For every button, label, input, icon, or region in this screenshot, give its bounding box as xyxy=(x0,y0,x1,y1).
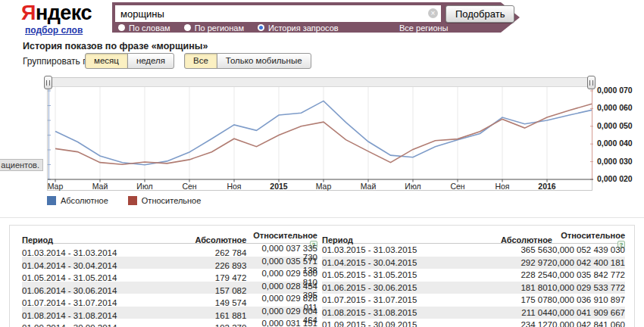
y-axis-label: 0,000 030 xyxy=(597,157,644,166)
y-axis-label: 0,000 020 xyxy=(597,174,644,183)
absolute-cell: 181 801 xyxy=(480,283,552,292)
relative-cell: 0,000 036 910 897 xyxy=(552,295,625,304)
period-cell: 01.05.2014 - 31.05.2014 xyxy=(22,273,176,282)
section-divider xyxy=(0,217,644,218)
relative-swatch-icon xyxy=(128,196,137,205)
table-row: 01.07.2014 - 31.07.2014149 5740,000 029 … xyxy=(22,294,317,307)
history-chart-panel: МарМайИюлСенНоя2015МарМайИюлСенНоя2016 xyxy=(47,77,592,191)
device-all-button[interactable]: Все xyxy=(184,53,217,69)
group-month-button[interactable]: месяц xyxy=(85,53,128,69)
range-slider-handle-right[interactable] xyxy=(587,76,596,89)
absolute-cell: 149 574 xyxy=(176,298,247,307)
x-axis-label: Май xyxy=(352,182,385,191)
x-axis-label: Май xyxy=(83,182,117,191)
relative-cell: 0,000 029 533 772 xyxy=(552,283,625,292)
absolute-cell: 226 893 xyxy=(176,261,247,270)
table-row: 01.08.2014 - 31.08.2014161 8810,000 029 … xyxy=(22,307,317,319)
absolute-swatch-icon xyxy=(47,196,56,205)
absolute-cell: 161 881 xyxy=(176,311,247,320)
relative-cell: 0,000 052 439 030 xyxy=(552,245,625,254)
absolute-cell: 262 784 xyxy=(176,248,247,257)
periods-table-right: Период Абсолютное Относительное? 01.03.2… xyxy=(322,231,625,327)
absolute-cell: 365 563 xyxy=(480,245,552,254)
legend-item-relative: Относительное xyxy=(128,196,202,205)
search-mode-tabs: По словам По регионам История запросов xyxy=(118,23,352,33)
x-axis-label: 2016 xyxy=(530,182,564,191)
range-slider-handle-left[interactable] xyxy=(44,76,52,89)
search-input[interactable] xyxy=(115,5,441,22)
period-cell: 01.04.2014 - 30.04.2014 xyxy=(22,261,176,270)
relative-cell: 0,000 042 400 181 xyxy=(552,258,625,267)
period-cell: 01.07.2015 - 31.07.2015 xyxy=(322,295,480,304)
table-header: Период Абсолютное Относительное? xyxy=(322,231,625,244)
table-row: 01.07.2015 - 31.07.2015175 0780,000 036 … xyxy=(322,294,625,307)
absolute-cell: 179 472 xyxy=(176,273,247,282)
period-cell: 01.03.2014 - 31.03.2014 xyxy=(22,248,176,257)
table-row: 01.04.2014 - 30.04.2014226 8930,000 035 … xyxy=(22,257,317,269)
search-bar: × Подобрать По словам По регионам Истори… xyxy=(112,2,501,33)
y-axis-label: 0,000 060 xyxy=(597,103,644,112)
periods-table-left: Период Абсолютное Относительное? 01.03.2… xyxy=(22,231,317,327)
chart-legend: Абсолютное Относительное xyxy=(47,196,201,205)
y-axis-label: 0,000 070 xyxy=(597,86,644,95)
table-row: 01.03.2015 - 31.03.2015365 5630,000 052 … xyxy=(322,244,625,257)
relative-cell: 0,000 042 841 060 xyxy=(552,320,625,327)
absolute-cell: 228 254 xyxy=(480,270,552,279)
device-mobile-button[interactable]: Только мобильные xyxy=(217,53,311,69)
radio-icon xyxy=(118,24,125,31)
radio-icon-selected xyxy=(258,24,264,31)
wordstat-page: Яндекс подбор слов × Подобрать По словам… xyxy=(0,0,644,327)
podbor-slov-link[interactable]: подбор слов xyxy=(25,25,83,36)
period-cell: 01.09.2014 - 30.09.2014 xyxy=(22,323,176,327)
table-row: 01.08.2015 - 31.08.2015211 0440,000 041 … xyxy=(322,307,625,319)
x-axis-label: Июл xyxy=(396,182,430,191)
relative-cell: 0,000 031 151 567 xyxy=(246,319,317,327)
tab-query-history[interactable]: История запросов xyxy=(258,23,339,33)
x-axis-label: Сен xyxy=(173,182,206,191)
left-axis-labels: 400 000350 000300 000250 000200 000150 0… xyxy=(0,77,42,191)
absolute-cell: 211 044 xyxy=(480,308,552,317)
grip-icon xyxy=(46,80,50,86)
period-cell: 01.05.2015 - 31.05.2015 xyxy=(322,270,480,279)
all-regions-link[interactable]: Все регионы xyxy=(399,23,449,33)
clear-icon[interactable]: × xyxy=(428,8,438,18)
x-axis-labels: МарМайИюлСенНоя2015МарМайИюлСенНоя2016 xyxy=(48,78,592,190)
relative-cell: 0,000 041 909 667 xyxy=(552,308,625,317)
table-row: 01.05.2015 - 31.05.2015228 2540,000 035 … xyxy=(322,269,625,282)
y-axis-label: 0,000 040 xyxy=(597,139,644,148)
table-row: 01.09.2015 - 30.09.2015234 1270,000 042 … xyxy=(322,319,625,327)
period-cell: 01.03.2015 - 31.03.2015 xyxy=(322,245,480,254)
period-cell: 01.07.2014 - 31.07.2014 xyxy=(22,298,176,307)
group-by-buttons: месяц неделя xyxy=(85,53,174,69)
legend-item-absolute: Абсолютное xyxy=(47,196,108,205)
submit-button[interactable]: Подобрать xyxy=(445,5,514,23)
tab-by-words[interactable]: По словам xyxy=(118,23,170,33)
table-row: 01.06.2014 - 30.06.2014157 0820,000 028 … xyxy=(22,282,317,294)
right-axis-labels: 0,000 0700,000 0600,000 0500,000 0400,00… xyxy=(597,77,644,191)
query-field-wrap: × xyxy=(115,5,441,22)
x-axis-label: Мар xyxy=(307,182,340,191)
absolute-cell: 192 270 xyxy=(176,323,247,327)
absolute-cell: 157 082 xyxy=(176,286,247,295)
device-filter-buttons: Все Только мобильные xyxy=(184,53,311,69)
period-cell: 01.06.2015 - 30.06.2015 xyxy=(322,283,480,292)
x-axis-label: Ноя xyxy=(486,182,519,191)
absolute-cell: 292 972 xyxy=(480,258,552,267)
periods-table-panel: Период Абсолютное Относительное? 01.03.2… xyxy=(9,225,635,327)
absolute-cell: 175 078 xyxy=(480,295,552,304)
tooltip-fragment: ациентов. xyxy=(0,159,43,171)
tab-by-regions[interactable]: По регионам xyxy=(184,23,244,33)
yandex-logo[interactable]: Яндекс xyxy=(21,2,92,25)
x-axis-label: Сен xyxy=(441,182,474,191)
x-axis-label: Ноя xyxy=(217,182,251,191)
x-axis-label: Июл xyxy=(128,182,161,191)
period-cell: 01.08.2015 - 31.08.2015 xyxy=(322,308,480,317)
table-row: 01.04.2015 - 30.04.2015292 9720,000 042 … xyxy=(322,257,625,269)
group-week-button[interactable]: неделя xyxy=(127,53,174,69)
relative-cell: 0,000 035 842 772 xyxy=(552,270,625,279)
period-cell: 01.04.2015 - 30.04.2015 xyxy=(322,258,480,267)
x-axis-label: Мар xyxy=(39,182,72,191)
table-row: 01.05.2014 - 31.05.2014179 4720,000 029 … xyxy=(22,269,317,282)
table-row: 01.06.2015 - 30.06.2015181 8010,000 029 … xyxy=(322,282,625,294)
logo-letter: Я xyxy=(21,2,36,24)
